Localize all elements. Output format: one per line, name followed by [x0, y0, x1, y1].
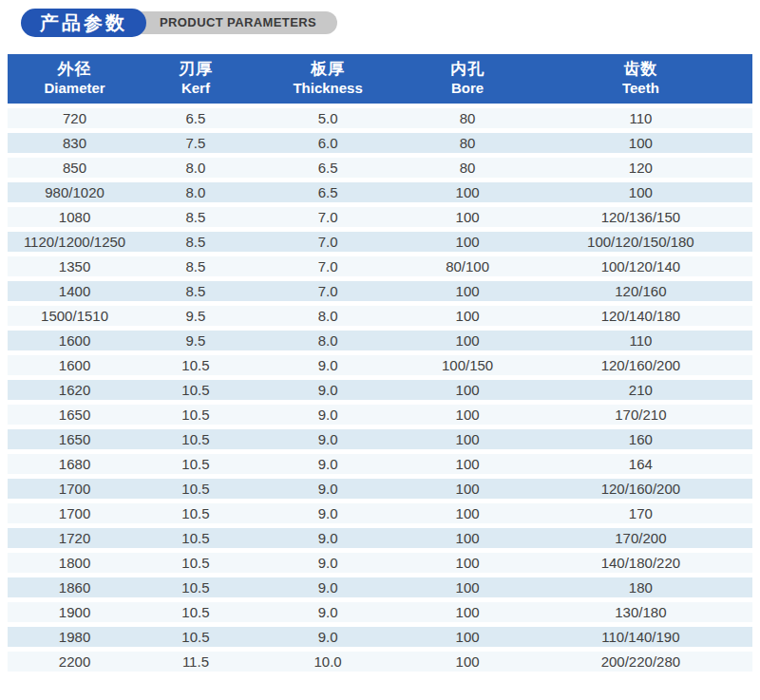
- column-header-teeth: 齿数 Teeth: [529, 54, 752, 104]
- table-cell: 120/140/180: [529, 306, 752, 326]
- table-cell: 6.5: [250, 158, 407, 178]
- table-cell: 6.5: [142, 108, 250, 128]
- table-cell: 7.0: [250, 207, 407, 227]
- table-cell: 1800: [8, 553, 142, 573]
- table-cell: 9.0: [250, 602, 407, 622]
- table-cell: 100: [406, 207, 528, 227]
- table-cell: 100: [406, 503, 528, 523]
- table-cell: 850: [8, 158, 142, 178]
- table-cell: 200/220/280: [529, 652, 752, 672]
- table-cell: 1980: [8, 627, 142, 647]
- table-row: 162010.59.0100210: [8, 380, 752, 400]
- table-cell: 6.0: [250, 133, 407, 153]
- table-cell: 8.5: [142, 232, 250, 252]
- table-cell: 9.0: [250, 380, 407, 400]
- table-row: 8508.06.580120: [8, 158, 752, 178]
- table-cell: 120: [529, 158, 752, 178]
- table-row: 180010.59.0100140/180/220: [8, 553, 752, 573]
- table-cell: 830: [8, 133, 142, 153]
- table-cell: 2200: [8, 652, 142, 672]
- table-cell: 5.0: [250, 108, 407, 128]
- table-cell: 1600: [8, 331, 142, 350]
- table-row: 198010.59.0100110/140/190: [8, 627, 752, 647]
- table-cell: 120/160/200: [529, 479, 752, 499]
- table-row: 168010.59.0100164: [8, 454, 752, 474]
- table-cell: 100: [529, 133, 752, 153]
- table-cell: 100: [406, 479, 528, 499]
- table-row: 980/10208.06.5100100: [8, 182, 752, 202]
- table-cell: 100: [406, 182, 528, 202]
- table-row: 13508.57.080/100100/120/140: [8, 256, 752, 276]
- table-cell: 100: [406, 331, 528, 350]
- table-row: 8307.56.080100: [8, 133, 752, 153]
- table-cell: 9.0: [250, 627, 407, 647]
- table-row: 170010.59.0100120/160/200: [8, 479, 752, 499]
- table-cell: 100/120/150/180: [529, 232, 752, 252]
- table-cell: 9.5: [142, 331, 250, 350]
- table-cell: 10.5: [142, 503, 250, 523]
- table-row: 16009.58.0100110: [8, 331, 752, 350]
- table-cell: 1860: [8, 577, 142, 597]
- table-cell: 120/136/150: [529, 207, 752, 227]
- column-label-en: Diameter: [8, 79, 142, 97]
- table-cell: 80: [406, 158, 528, 178]
- title-pill-en: PRODUCT PARAMETERS: [120, 11, 337, 34]
- table-cell: 9.0: [250, 479, 407, 499]
- table-cell: 130/180: [529, 602, 752, 622]
- table-cell: 10.5: [142, 380, 250, 400]
- table-row: 14008.57.0100120/160: [8, 281, 752, 301]
- table-row: 7206.55.080110: [8, 108, 752, 128]
- section-title: PRODUCT PARAMETERS 产品参数: [21, 9, 325, 37]
- table-cell: 100/120/140: [529, 256, 752, 276]
- table-cell: 1620: [8, 380, 142, 400]
- table-cell: 164: [529, 454, 752, 474]
- table-row: 165010.59.0100170/210: [8, 405, 752, 425]
- table-header-row: 外径 Diameter 刃厚 Kerf 板厚 Thickness 内孔 Bore…: [8, 54, 752, 104]
- table-cell: 7.0: [250, 232, 407, 252]
- table-cell: 1720: [8, 528, 142, 548]
- table-cell: 80: [406, 133, 528, 153]
- table-cell: 1120/1200/1250: [8, 232, 142, 252]
- table-body: 7206.55.0801108307.56.0801008508.06.5801…: [8, 108, 752, 672]
- table-cell: 10.5: [142, 602, 250, 622]
- column-header-thickness: 板厚 Thickness: [250, 54, 407, 104]
- table-cell: 1650: [8, 429, 142, 449]
- table-cell: 9.0: [250, 454, 407, 474]
- table-cell: 1350: [8, 256, 142, 276]
- table-cell: 10.5: [142, 627, 250, 647]
- table-cell: 80/100: [406, 256, 528, 276]
- table-cell: 10.5: [142, 355, 250, 375]
- table-row: 10808.57.0100120/136/150: [8, 207, 752, 227]
- table-cell: 170/210: [529, 405, 752, 425]
- column-label-en: Thickness: [250, 79, 407, 97]
- table-cell: 1600: [8, 355, 142, 375]
- table-cell: 160: [529, 429, 752, 449]
- table-cell: 1650: [8, 405, 142, 425]
- table-cell: 7.0: [250, 281, 407, 301]
- table-cell: 9.0: [250, 429, 407, 449]
- column-label-en: Teeth: [529, 79, 752, 97]
- table-cell: 720: [8, 108, 142, 128]
- table-cell: 110: [529, 331, 752, 350]
- table-cell: 210: [529, 380, 752, 400]
- column-label-cn: 内孔: [406, 59, 528, 79]
- table-cell: 9.0: [250, 528, 407, 548]
- table-cell: 10.5: [142, 577, 250, 597]
- table-cell: 8.0: [250, 306, 407, 326]
- table-cell: 100: [406, 602, 528, 622]
- table-cell: 100: [406, 454, 528, 474]
- table-cell: 9.0: [250, 577, 407, 597]
- table-cell: 80: [406, 108, 528, 128]
- table-cell: 10.5: [142, 454, 250, 474]
- column-label-cn: 刃厚: [142, 59, 250, 79]
- column-header-kerf: 刃厚 Kerf: [142, 54, 250, 104]
- table-cell: 10.5: [142, 553, 250, 573]
- table-cell: 110/140/190: [529, 627, 752, 647]
- table-cell: 1700: [8, 479, 142, 499]
- column-label-cn: 外径: [8, 59, 142, 79]
- column-header-bore: 内孔 Bore: [406, 54, 528, 104]
- column-header-diameter: 外径 Diameter: [8, 54, 142, 104]
- table-cell: 7.5: [142, 133, 250, 153]
- table-cell: 1400: [8, 281, 142, 301]
- table-cell: 980/1020: [8, 182, 142, 202]
